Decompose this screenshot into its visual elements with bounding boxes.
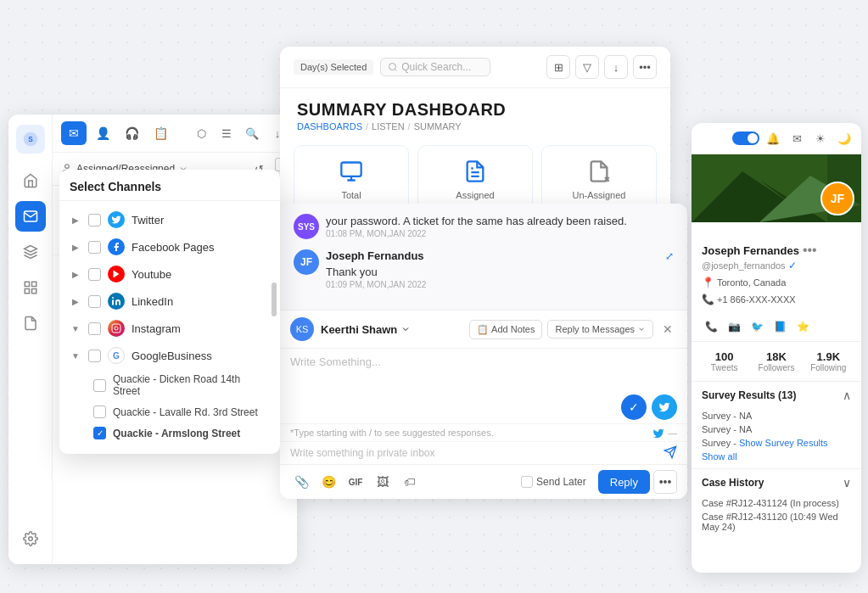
image-btn[interactable]: 🖼 <box>372 471 394 493</box>
expand-instagram[interactable]: ▼ <box>70 322 81 334</box>
more-dash-btn[interactable]: ••• <box>633 55 657 79</box>
gif-btn[interactable]: GIF <box>344 471 367 493</box>
sub-item-3[interactable]: ✓ Quackie - Armslong Street <box>66 422 273 444</box>
nav-layers[interactable] <box>15 237 46 267</box>
msg1-time: 01:08 PM, MON,JAN 2022 <box>326 229 674 238</box>
sub2-checkbox[interactable] <box>93 406 106 418</box>
light-icon[interactable]: ☀ <box>810 128 831 148</box>
channel-google[interactable]: ▼ G GoogleBusiness <box>66 342 273 369</box>
svg-point-11 <box>112 297 114 299</box>
expand-twitter[interactable]: ▶ <box>70 214 81 226</box>
dashboard-search: Day(s) Selected Quick Search... <box>294 58 490 76</box>
case-list: Case #RJ12-431124 (In process) Case #RJ1… <box>692 496 861 540</box>
linkedin-checkbox[interactable] <box>88 295 101 308</box>
profile-more-btn[interactable]: ••• <box>803 243 817 258</box>
search-btn[interactable]: 🔍 <box>241 122 263 144</box>
email-icon[interactable]: ✉ <box>787 128 807 148</box>
filter-dash-btn[interactable]: ▽ <box>575 55 599 79</box>
attach-btn[interactable]: 📎 <box>290 471 312 493</box>
stat-following: 1.9K Following <box>803 347 854 376</box>
expand-facebook[interactable]: ▶ <box>70 241 81 253</box>
reply-button[interactable]: Reply <box>598 470 650 494</box>
survey-section-header[interactable]: Survey Results (13) ∧ <box>692 382 861 409</box>
breadcrumb-dashboards[interactable]: DASHBOARDS <box>297 121 362 131</box>
nav-reports[interactable] <box>15 308 46 338</box>
tab-docs[interactable]: 📋 <box>148 121 173 145</box>
expand-google[interactable]: ▼ <box>70 350 81 361</box>
emoji-btn[interactable]: 😊 <box>317 471 339 493</box>
nav-grid[interactable] <box>15 272 46 303</box>
sub-item-1[interactable]: Quackie - Dicken Road 14th Street <box>66 369 273 401</box>
social-facebook[interactable]: 📘 <box>770 317 789 336</box>
scrollbar-handle[interactable] <box>272 283 277 316</box>
tab-inbox[interactable]: ✉ <box>61 121 87 145</box>
msg2-header: Joseph Fernandus ⤢ <box>326 249 674 262</box>
download-dash-btn[interactable]: ↓ <box>604 55 628 79</box>
chat-messages: SYS your password. A ticket for the same… <box>280 204 687 310</box>
channel-linkedin[interactable]: ▶ LinkedIn <box>66 288 273 315</box>
stat-followers: 18K Followers <box>750 347 802 376</box>
twitter-checkbox[interactable] <box>88 214 101 227</box>
channel-twitter[interactable]: ▶ Twitter <box>66 206 273 233</box>
sub1-checkbox[interactable] <box>93 379 106 392</box>
quick-search-box[interactable]: Quick Search... <box>380 58 490 76</box>
add-notes-btn[interactable]: 📋 Add Notes <box>469 320 542 339</box>
channel-youtube[interactable]: ▶ Youtube <box>66 260 273 288</box>
profile-name-row: Joseph Fernandes ••• <box>702 243 851 258</box>
svg-rect-4 <box>31 282 36 286</box>
svg-point-8 <box>65 165 70 169</box>
grid-view-btn[interactable]: ⊞ <box>546 55 570 79</box>
survey-link[interactable]: Show Survey Results <box>739 438 828 448</box>
survey-toggle-icon[interactable]: ∧ <box>843 389 851 402</box>
sub3-checkbox[interactable]: ✓ <box>93 427 106 439</box>
breadcrumb-sep1: / <box>366 121 368 131</box>
google-checkbox[interactable] <box>88 350 101 362</box>
channel-facebook[interactable]: ▶ Facebook Pages <box>66 233 273 260</box>
expand-linkedin[interactable]: ▶ <box>70 295 81 307</box>
tab-audio[interactable]: 🎧 <box>119 121 144 145</box>
filter-btn[interactable]: ☰ <box>216 122 238 144</box>
facebook-checkbox[interactable] <box>88 241 101 254</box>
send-later-option[interactable]: Send Later <box>521 476 586 488</box>
app-logo[interactable]: S <box>16 125 45 154</box>
social-instagram[interactable]: 📷 <box>725 317 743 336</box>
instagram-icon <box>108 320 125 337</box>
social-yelp[interactable]: ⭐ <box>793 317 812 336</box>
case-toggle-icon[interactable]: ∨ <box>843 476 851 490</box>
expand-youtube[interactable]: ▶ <box>70 268 81 280</box>
stat-assigned-icon <box>460 156 490 187</box>
msg2-expand[interactable]: ⤢ <box>665 250 674 262</box>
channel-twitter-label: Twitter <box>132 214 164 227</box>
tag-btn[interactable]: 🏷 <box>399 471 421 493</box>
tab-contacts[interactable]: 👤 <box>90 121 115 145</box>
quick-reply-btn-1[interactable]: ✓ <box>621 394 647 420</box>
channel-instagram-label: Instagram <box>132 322 181 335</box>
toolbar: ✉ 👤 🎧 📋 ⬡ ☰ 🔍 ↓ <box>53 115 297 153</box>
more-options-btn[interactable]: ••• <box>653 470 677 494</box>
instagram-checkbox[interactable] <box>88 322 101 335</box>
social-twitter[interactable]: 🐦 <box>748 317 766 336</box>
svg-rect-10 <box>112 300 114 305</box>
case-section-header[interactable]: Case History ∨ <box>692 468 861 496</box>
dark-icon[interactable]: 🌙 <box>834 128 854 148</box>
nav-home[interactable] <box>15 165 46 196</box>
quick-reply-btn-2[interactable] <box>652 394 677 420</box>
svg-point-14 <box>389 64 396 70</box>
social-phone[interactable]: 📞 <box>702 317 720 336</box>
sub1-label: Quackie - Dicken Road 14th Street <box>113 373 270 397</box>
notification-icon[interactable]: 🔔 <box>763 128 783 148</box>
profile-toggle[interactable] <box>732 131 759 145</box>
reply-actions: Reply ••• <box>598 470 677 494</box>
channel-instagram[interactable]: ▼ Instagram <box>66 315 273 342</box>
compose-close-btn[interactable]: ✕ <box>658 320 677 338</box>
nav-settings[interactable] <box>15 523 46 554</box>
sub-item-2[interactable]: Quackie - Lavalle Rd. 3rd Street <box>66 401 273 422</box>
copy-btn[interactable]: ⬡ <box>190 122 212 144</box>
followers-value: 18K <box>753 350 798 363</box>
compose-input-area[interactable]: Write Something... <box>280 349 687 391</box>
reply-to-btn[interactable]: Reply to Messages <box>547 320 653 338</box>
youtube-checkbox[interactable] <box>88 268 101 281</box>
nav-inbox[interactable] <box>15 201 46 232</box>
show-all-btn[interactable]: Show all <box>702 450 851 463</box>
send-later-cb[interactable] <box>521 476 533 488</box>
